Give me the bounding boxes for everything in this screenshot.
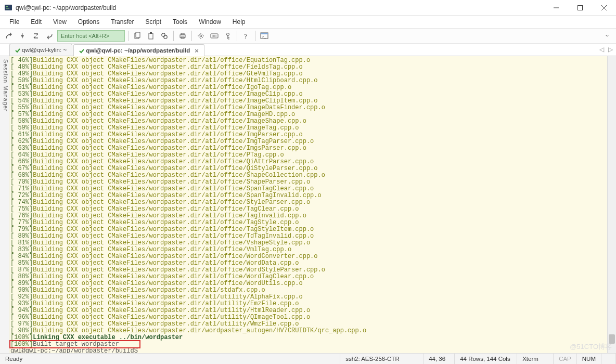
- key-icon[interactable]: [222, 30, 234, 42]
- menu-tools[interactable]: Tools: [168, 17, 192, 27]
- tab-next-icon[interactable]: ▷: [608, 46, 613, 53]
- svg-rect-2: [6, 8, 9, 9]
- svg-rect-14: [181, 33, 184, 35]
- reconnect-icon[interactable]: [30, 30, 42, 42]
- paste-icon[interactable]: [145, 30, 157, 42]
- close-button[interactable]: [592, 0, 616, 16]
- menu-file[interactable]: File: [4, 17, 24, 27]
- keyboard-icon[interactable]: [209, 30, 220, 42]
- toolbar-overflow-icon[interactable]: [601, 30, 613, 42]
- menu-window[interactable]: Window: [194, 17, 226, 27]
- status-term-size: 44 Rows, 144 Cols: [455, 354, 517, 364]
- session-manager-panel[interactable]: Session Manager: [0, 56, 9, 353]
- svg-rect-26: [261, 33, 268, 34]
- window-title: qwl@qwl-pc: ~/app/wordpaster/build: [16, 4, 544, 11]
- status-cursor-pos: 44, 36: [424, 354, 455, 364]
- sidebar-label: Session Manager: [3, 59, 9, 112]
- svg-point-16: [200, 35, 202, 37]
- status-connection: ssh2: AES-256-CTR: [340, 354, 424, 364]
- svg-point-11: [162, 33, 165, 36]
- copy-icon[interactable]: [132, 30, 143, 42]
- svg-rect-17: [211, 34, 218, 38]
- tab-session-1[interactable]: qwl@qwl-kylin: ~: [9, 44, 72, 56]
- svg-rect-4: [578, 5, 583, 10]
- menu-help[interactable]: Help: [227, 17, 251, 27]
- separator-icon: [173, 31, 174, 41]
- svg-point-20: [227, 33, 229, 36]
- print-icon[interactable]: [177, 30, 188, 42]
- status-ready: Ready: [0, 354, 340, 364]
- status-caps: CAP: [554, 354, 577, 364]
- connect-icon[interactable]: [3, 30, 15, 42]
- status-num: NUM: [577, 354, 601, 364]
- settings-icon[interactable]: [195, 30, 207, 42]
- app-icon: [4, 4, 12, 12]
- menu-script[interactable]: Script: [140, 17, 166, 27]
- svg-text:>_: >_: [262, 35, 266, 39]
- status-dot-icon: [79, 48, 83, 53]
- svg-text:?: ?: [244, 32, 247, 40]
- separator-icon: [237, 31, 237, 41]
- status-spacer: [601, 354, 616, 364]
- svg-rect-10: [150, 32, 152, 34]
- titlebar: qwl@qwl-pc: ~/app/wordpaster/build: [0, 0, 616, 16]
- watermark: @51CTO博客: [570, 342, 612, 352]
- menu-edit[interactable]: Edit: [25, 17, 47, 27]
- separator-icon: [128, 31, 129, 41]
- menu-transfer[interactable]: Transfer: [106, 17, 139, 27]
- help-icon[interactable]: ?: [240, 30, 252, 42]
- menu-view[interactable]: View: [48, 17, 72, 27]
- disconnect-icon[interactable]: [44, 30, 55, 42]
- svg-rect-9: [149, 33, 153, 39]
- tabbar: qwl@qwl-kylin: ~ qwl@qwl-pc: ~/app/wordp…: [0, 44, 616, 56]
- close-tab-icon[interactable]: ×: [195, 47, 199, 55]
- svg-rect-8: [136, 32, 140, 37]
- svg-rect-1: [6, 6, 8, 7]
- separator-icon: [255, 31, 255, 41]
- separator-icon: [191, 31, 192, 41]
- terminal-prompt[interactable]: qwl@qwl-pc:~/app/wordpaster/build$: [10, 348, 616, 353]
- maximize-button[interactable]: [568, 0, 592, 16]
- status-dot-icon: [15, 48, 19, 52]
- command-window-icon[interactable]: >_: [259, 30, 270, 42]
- status-term-type: Xterm: [517, 354, 554, 364]
- minimize-button[interactable]: [544, 0, 568, 16]
- host-input[interactable]: Enter host <Alt+R>: [57, 30, 125, 42]
- scrollbar[interactable]: [607, 56, 616, 353]
- quick-connect-icon[interactable]: [17, 30, 28, 42]
- tab-prev-icon[interactable]: ◁: [599, 46, 604, 53]
- terminal-view[interactable]: [ 46%] Building CXX object CMakeFiles/wo…: [9, 56, 616, 353]
- tab-session-2[interactable]: qwl@qwl-pc: ~/app/wordpaster/build ×: [73, 44, 204, 56]
- find-icon[interactable]: [159, 30, 170, 42]
- tab-label: qwl@qwl-kylin: ~: [22, 47, 67, 53]
- menubar: File Edit View Options Transfer Script T…: [0, 16, 616, 28]
- toolbar: Enter host <Alt+R> ? >_: [0, 28, 616, 44]
- tab-label: qwl@qwl-pc: ~/app/wordpaster/build: [86, 47, 190, 54]
- host-placeholder: Enter host <Alt+R>: [61, 33, 109, 39]
- svg-rect-0: [5, 5, 12, 10]
- svg-point-12: [164, 35, 167, 38]
- menu-options[interactable]: Options: [73, 17, 105, 27]
- statusbar: Ready ssh2: AES-256-CTR 44, 36 44 Rows, …: [0, 353, 616, 364]
